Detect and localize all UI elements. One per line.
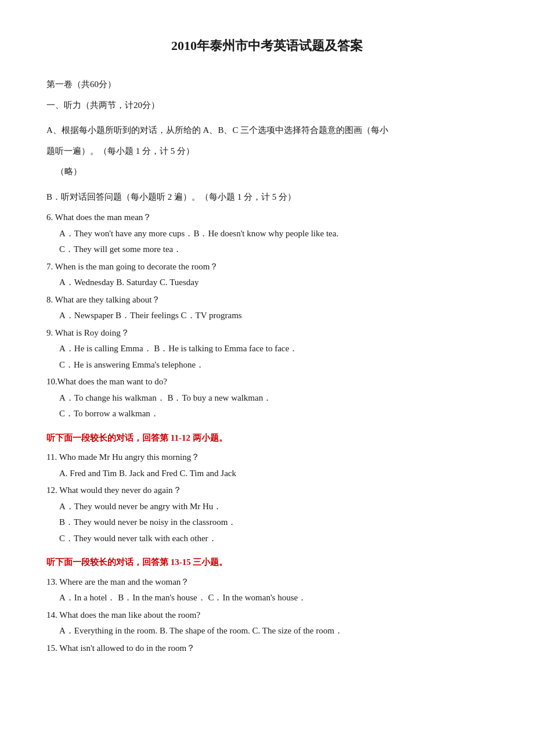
parta-desc2: 题听一遍）。（每小题 1 分，计 5 分） bbox=[46, 144, 488, 159]
q12-question: 12. What would they never do again？ bbox=[46, 483, 488, 498]
listening-header: 一、听力（共两节，计20分） bbox=[46, 98, 488, 113]
q11-block: 11. Who made Mr Hu angry this morning？ A… bbox=[46, 450, 488, 481]
q8-options: A．Newspaper B．Their feelings C．TV progra… bbox=[59, 308, 488, 323]
section1-label: 第一卷（共60分） bbox=[46, 77, 488, 92]
q9-block: 9. What is Roy doing？ A．He is calling Em… bbox=[46, 326, 488, 373]
q8-block: 8. What are they talking about？ A．Newspa… bbox=[46, 293, 488, 323]
partb-header: B．听对话回答问题（每小题听 2 遍）。（每小题 1 分，计 5 分） bbox=[46, 190, 488, 205]
q12-option-b: B．They would never be noisy in the class… bbox=[59, 515, 488, 530]
q7-options: A．Wednesday B. Saturday C. Tuesday bbox=[59, 275, 488, 290]
q6-question: 6. What does the man mean？ bbox=[46, 210, 488, 225]
q12-option-a: A．They would never be angry with Mr Hu． bbox=[59, 499, 488, 514]
q13-options: A．In a hotel． B．In the man's house． C．In… bbox=[59, 591, 488, 606]
longer1-header: 听下面一段较长的对话，回答第 11-12 两小题。 bbox=[46, 431, 488, 446]
q9-question: 9. What is Roy doing？ bbox=[46, 326, 488, 341]
q15-block: 15. What isn't allowed to do in the room… bbox=[46, 641, 488, 656]
q6-option-c: C．They will get some more tea． bbox=[59, 242, 488, 257]
q7-block: 7. When is the man going to decorate the… bbox=[46, 260, 488, 290]
q9-option-c: C．He is answering Emma's telephone． bbox=[59, 358, 488, 373]
q12-option-c: C．They would never talk with each other． bbox=[59, 531, 488, 546]
q6-option-ab: A．They won't have any more cups．B．He doe… bbox=[59, 226, 488, 242]
q15-question: 15. What isn't allowed to do in the room… bbox=[46, 641, 488, 656]
q14-question: 14. What does the man like about the roo… bbox=[46, 608, 488, 623]
q7-question: 7. When is the man going to decorate the… bbox=[46, 260, 488, 275]
q9-option-ab: A．He is calling Emma． B．He is talking to… bbox=[59, 341, 488, 357]
q10-option-c: C．To borrow a walkman． bbox=[59, 406, 488, 422]
parta-desc1: A、根据每小题所听到的对话，从所给的 A、B、C 三个选项中选择符合题意的图画（… bbox=[46, 123, 488, 138]
longer2-header: 听下面一段较长的对话，回答第 13-15 三小题。 bbox=[46, 555, 488, 570]
q14-block: 14. What does the man like about the roo… bbox=[46, 608, 488, 639]
page-title: 2010年泰州市中考英语试题及答案 bbox=[46, 35, 488, 56]
q6-block: 6. What does the man mean？ A．They won't … bbox=[46, 210, 488, 257]
q13-question: 13. Where are the man and the woman？ bbox=[46, 575, 488, 590]
q11-options: A. Fred and Tim B. Jack and Fred C. Tim … bbox=[59, 466, 488, 481]
q14-options: A．Everything in the room. B. The shape o… bbox=[59, 624, 488, 639]
q10-question: 10.What does the man want to do? bbox=[46, 375, 488, 390]
q10-option-ab: A．To change his walkman． B．To buy a new … bbox=[59, 391, 488, 406]
q12-block: 12. What would they never do again？ A．Th… bbox=[46, 483, 488, 546]
omit-text: （略） bbox=[56, 164, 488, 179]
q8-question: 8. What are they talking about？ bbox=[46, 293, 488, 308]
q11-question: 11. Who made Mr Hu angry this morning？ bbox=[46, 450, 488, 465]
q13-block: 13. Where are the man and the woman？ A．I… bbox=[46, 575, 488, 606]
q10-block: 10.What does the man want to do? A．To ch… bbox=[46, 375, 488, 422]
